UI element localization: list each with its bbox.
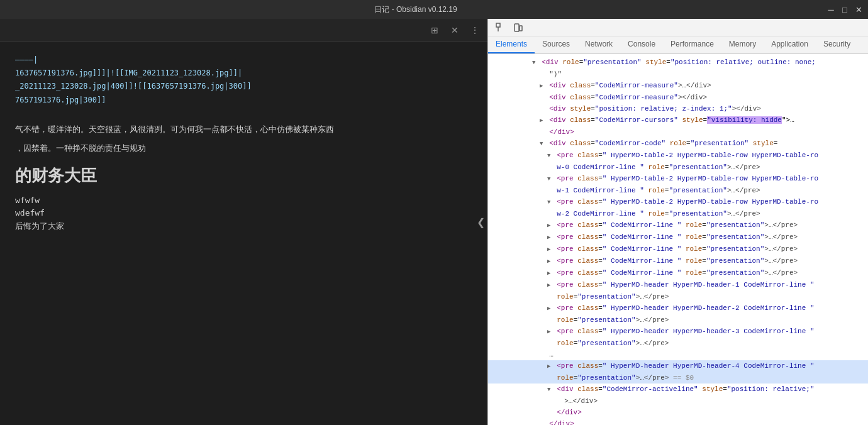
tab-sources[interactable]: Sources: [535, 36, 577, 53]
dom-line-15[interactable]: <pre class=" CodeMirror-line " role="pre…: [488, 219, 868, 231]
main-container: ⊞ ✕ ⋮ ❮ ————| 1637657191376.jpg]]]|![[IM…: [0, 19, 868, 425]
dom-line-3[interactable]: <div class="CodeMirror-measure">…</div>: [488, 80, 868, 92]
content-mono-2: wdefwf: [15, 207, 472, 220]
devtools-tabs: Elements Sources Network Console Perform…: [488, 36, 868, 54]
dom-line-28[interactable]: role="presentation">…</pre> == $0: [488, 372, 868, 384]
obsidian-layout-btn[interactable]: ⊞: [427, 23, 442, 38]
triangle-8[interactable]: [538, 139, 545, 149]
dom-line-19[interactable]: <pre class=" CodeMirror-line " role="pre…: [488, 267, 868, 279]
obsidian-panel: ⊞ ✕ ⋮ ❮ ————| 1637657191376.jpg]]]|![[IM…: [0, 19, 487, 425]
dom-line-29[interactable]: <div class="CodeMirror-activeline" style…: [488, 384, 868, 395]
dom-line-31[interactable]: </div>: [488, 407, 868, 418]
dom-line-9[interactable]: <pre class=" HyperMD-table-2 HyperMD-tab…: [488, 150, 868, 162]
dom-line-18[interactable]: <pre class=" CodeMirror-line " role="pre…: [488, 255, 868, 267]
dom-line-12[interactable]: w-1 CodeMirror-line " role="presentation…: [488, 185, 868, 196]
content-line-2: 1637657191376.jpg]]]|![[IMG_20211123_123…: [15, 67, 472, 79]
dom-line-6[interactable]: <div class="CodeMirror-cursors" style="v…: [488, 114, 868, 126]
triangle-13[interactable]: [545, 197, 553, 207]
scroll-arrow: ❮: [477, 214, 485, 231]
title-bar-controls: ─ □ ✕: [826, 5, 863, 14]
dom-line-17[interactable]: <pre class=" CodeMirror-line " role="pre…: [488, 243, 868, 255]
triangle-18[interactable]: [545, 257, 553, 267]
dom-line-22[interactable]: <pre class=" HyperMD-header HyperMD-head…: [488, 302, 868, 314]
dom-line-11[interactable]: <pre class=" HyperMD-table-2 HyperMD-tab…: [488, 173, 868, 185]
dom-line-13[interactable]: <pre class=" HyperMD-table-2 HyperMD-tab…: [488, 196, 868, 208]
minimize-button[interactable]: ─: [826, 5, 835, 14]
dom-line-8[interactable]: <div class="CodeMirror-code" role="prese…: [488, 138, 868, 150]
obsidian-content[interactable]: ————| 1637657191376.jpg]]]|![[IMG_202111…: [0, 41, 487, 425]
devtools-toolbar: [488, 19, 868, 36]
content-paragraph-2: ，囚禁着。一种挣不脱的责任与规劝: [15, 141, 472, 155]
content-line-4: 7657191376.jpg|300]]: [15, 94, 472, 106]
device-mode-btn[interactable]: [511, 20, 526, 35]
tab-application[interactable]: Application: [764, 36, 816, 53]
dom-line-16[interactable]: <pre class=" CodeMirror-line " role="pre…: [488, 231, 868, 243]
triangle-19[interactable]: [545, 268, 553, 279]
dom-line-32[interactable]: </div>: [488, 418, 868, 425]
content-line-3: _20211123_123028.jpg|400]]![[16376571913…: [15, 80, 472, 92]
title-bar: 日记 - Obsidian v0.12.19 ─ □ ✕: [0, 0, 868, 19]
triangle-11[interactable]: [545, 174, 553, 184]
triangle-15[interactable]: [545, 221, 553, 231]
dom-line-14[interactable]: w-2 CodeMirror-line " role="presentation…: [488, 208, 868, 219]
dom-line-7[interactable]: </div>: [488, 126, 868, 138]
dom-line-5[interactable]: <div style="position: relative; z-index:…: [488, 103, 868, 114]
triangle-17[interactable]: [545, 245, 553, 255]
dom-line-dots[interactable]: …: [488, 349, 868, 360]
triangle-16[interactable]: [545, 233, 553, 243]
triangle-27[interactable]: [545, 362, 553, 372]
dom-line-27[interactable]: <pre class=" HyperMD-header HyperMD-head…: [488, 360, 868, 372]
dom-line-30[interactable]: >…</div>: [488, 395, 868, 407]
tab-console[interactable]: Console: [620, 36, 663, 53]
dom-line-4[interactable]: <div class="CodeMirror-measure"></div>: [488, 92, 868, 103]
dom-tree: <div role="presentation" style="position…: [488, 54, 868, 425]
dom-line-24[interactable]: <pre class=" HyperMD-header HyperMD-head…: [488, 326, 868, 338]
triangle-29[interactable]: [545, 385, 553, 395]
content-line-1: ————|: [15, 54, 472, 66]
tab-memory[interactable]: Memory: [721, 36, 764, 53]
title-bar-title: 日记 - Obsidian v0.12.19: [5, 4, 826, 15]
triangle-9[interactable]: [545, 151, 553, 161]
triangle-20[interactable]: [545, 280, 553, 290]
obsidian-more-btn[interactable]: ⋮: [467, 23, 482, 38]
close-button[interactable]: ✕: [854, 5, 863, 14]
dom-line-1[interactable]: <div role="presentation" style="position…: [488, 57, 868, 69]
dom-line-2[interactable]: ")": [488, 69, 868, 80]
maximize-button[interactable]: □: [840, 5, 849, 14]
content-mono-3: 后悔为了大家: [15, 220, 472, 233]
triangle-22[interactable]: [545, 304, 553, 314]
svg-rect-3: [520, 26, 522, 31]
obsidian-tab-bar: ⊞ ✕ ⋮: [0, 19, 487, 41]
svg-rect-0: [496, 23, 500, 27]
tab-network[interactable]: Network: [577, 36, 620, 53]
tab-performance[interactable]: Performance: [663, 36, 721, 53]
dom-line-10[interactable]: w-0 CodeMirror-line " role="presentation…: [488, 162, 868, 173]
inspect-element-btn[interactable]: [493, 20, 508, 35]
devtools-dom-tree[interactable]: <div role="presentation" style="position…: [488, 54, 868, 425]
content-heading: 的财务大臣: [15, 163, 472, 189]
obsidian-close-btn[interactable]: ✕: [447, 23, 462, 38]
triangle-24[interactable]: [545, 327, 553, 337]
triangle-6[interactable]: [538, 116, 545, 126]
tab-security[interactable]: Security: [816, 36, 858, 53]
dom-line-25[interactable]: role="presentation">…</pre>: [488, 338, 868, 349]
triangle-1[interactable]: [530, 58, 538, 68]
triangle-3[interactable]: [538, 81, 545, 91]
dom-line-20[interactable]: <pre class=" HyperMD-header HyperMD-head…: [488, 279, 868, 291]
devtools-panel: Elements Sources Network Console Perform…: [487, 19, 868, 425]
dom-line-23[interactable]: role="presentation">…</pre>: [488, 314, 868, 326]
content-mono-1: wfwfw: [15, 194, 472, 207]
tab-elements[interactable]: Elements: [488, 36, 535, 53]
content-paragraph-1: 气不错，暖洋洋的。天空很蓝，风很清冽。可为何我一点都不快活，心中仿佛被某种东西: [15, 123, 472, 136]
svg-rect-2: [515, 24, 519, 31]
dom-line-21[interactable]: role="presentation">…</pre>: [488, 291, 868, 302]
